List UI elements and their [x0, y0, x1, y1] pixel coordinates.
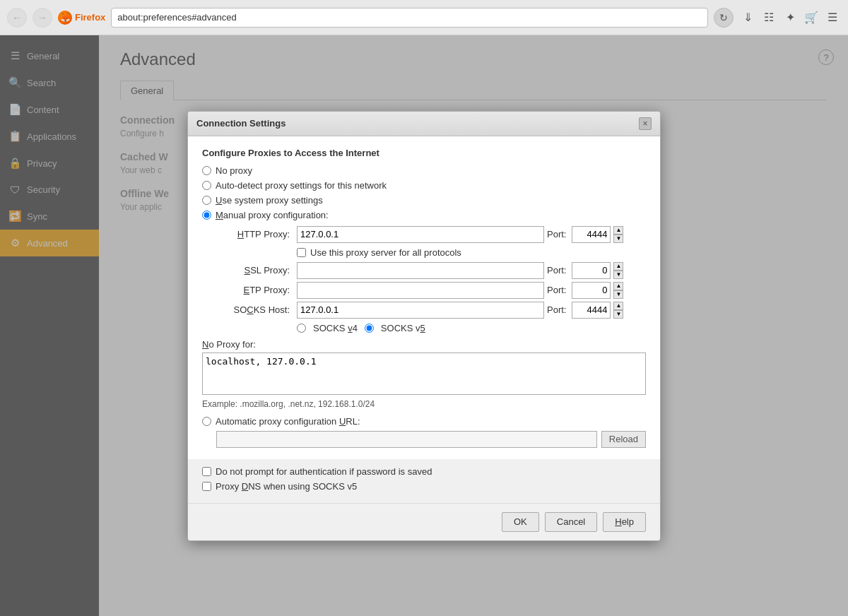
socks-port-down[interactable]: ▼	[613, 310, 623, 319]
pocket-icon[interactable]: ✦	[782, 9, 799, 26]
menu-icon[interactable]: ☰	[824, 9, 841, 26]
ssl-port-label: Port:	[547, 265, 569, 276]
auto-proxy-url-radio[interactable]	[202, 417, 211, 426]
use-system-radio-group: Use system proxy settings	[202, 195, 646, 206]
ftp-port-up[interactable]: ▲	[613, 282, 623, 290]
socks-host-input[interactable]	[297, 302, 544, 319]
ftp-port-spinner[interactable]: ▲ ▼	[613, 282, 623, 299]
browser-actions: ⇓ ☷ ✦ 🛒 ☰	[739, 9, 841, 26]
ftp-port-label: Port:	[547, 285, 569, 295]
ftp-port-input[interactable]	[572, 282, 611, 299]
http-proxy-label: HTTP Proxy:	[216, 229, 294, 239]
http-port-up[interactable]: ▲	[613, 226, 623, 235]
ssl-port-input[interactable]	[572, 262, 611, 279]
ftp-proxy-input[interactable]	[297, 282, 544, 299]
download-icon[interactable]: ⇓	[739, 9, 756, 26]
auto-detect-radio[interactable]	[202, 181, 211, 190]
firefox-icon: 🦊	[58, 11, 72, 25]
example-text: Example: .mozilla.org, .net.nz, 192.168.…	[202, 399, 646, 409]
socks-port-label: Port:	[547, 304, 569, 315]
http-port-label: Port:	[547, 229, 569, 239]
do-not-prompt-checkbox[interactable]	[202, 467, 211, 476]
proxy-dns-checkbox[interactable]	[202, 482, 211, 491]
socks-v4-label[interactable]: SOCKS v4	[313, 323, 358, 333]
connection-settings-dialog: Connection Settings × Configure Proxies …	[187, 111, 661, 541]
dialog-footer: OK Cancel Help	[188, 503, 660, 540]
http-port-input[interactable]	[572, 226, 611, 243]
manual-proxy-radio[interactable]	[202, 211, 211, 220]
use-system-radio[interactable]	[202, 196, 211, 205]
socks-port-input[interactable]	[572, 302, 611, 319]
dialog-body: Configure Proxies to Access the Internet…	[188, 136, 660, 459]
socks-v4-radio[interactable]	[297, 324, 306, 333]
cart-icon[interactable]: 🛒	[803, 9, 820, 26]
do-not-prompt-label[interactable]: Do not prompt for authentication if pass…	[216, 466, 432, 477]
browser-chrome: ← → 🦊 Firefox about:preferences#advanced…	[0, 0, 848, 35]
no-proxy-radio[interactable]	[202, 166, 211, 175]
http-port-down[interactable]: ▼	[613, 235, 623, 243]
use-system-label[interactable]: Use system proxy settings	[216, 195, 323, 206]
address-bar[interactable]: about:preferences#advanced	[111, 8, 708, 28]
forward-button[interactable]: →	[33, 8, 52, 28]
socks-v5-label[interactable]: SOCKS v5	[381, 323, 425, 333]
use-for-all-checkbox[interactable]	[297, 248, 306, 257]
dialog-close-button[interactable]: ×	[639, 117, 652, 130]
proxy-dns-row: Proxy DNS when using SOCKS v5	[202, 481, 646, 492]
ftp-port-down[interactable]: ▼	[613, 290, 623, 299]
manual-proxy-label[interactable]: Manual proxy configuration:	[216, 210, 329, 220]
reload-button[interactable]: Reload	[601, 431, 646, 448]
dialog-title: Connection Settings	[196, 118, 285, 129]
url-text: about:preferences#advanced	[117, 12, 236, 23]
cancel-button[interactable]: Cancel	[545, 512, 597, 532]
socks-port-spinner[interactable]: ▲ ▼	[613, 302, 623, 319]
socks-port-up[interactable]: ▲	[613, 302, 623, 310]
no-proxy-for-textarea[interactable]: localhost, 127.0.0.1	[202, 353, 646, 395]
proxy-dns-label[interactable]: Proxy DNS when using SOCKS v5	[216, 481, 357, 492]
socks-version-row: SOCKS v4 SOCKS v5	[297, 323, 646, 333]
bottom-options: Do not prompt for authentication if pass…	[188, 459, 660, 503]
back-button[interactable]: ←	[7, 8, 27, 28]
no-proxy-radio-group: No proxy	[202, 165, 646, 176]
http-port-spinner[interactable]: ▲ ▼	[613, 226, 623, 243]
ssl-port-down[interactable]: ▼	[613, 271, 623, 279]
auto-proxy-url-label[interactable]: Automatic proxy configuration URL:	[216, 416, 360, 427]
socks-host-label: SOCKS Host:	[216, 304, 294, 315]
auto-proxy-url-input[interactable]	[216, 431, 597, 448]
dialog-header: Connection Settings ×	[188, 112, 660, 136]
no-proxy-label[interactable]: No proxy	[216, 165, 252, 176]
auto-detect-label[interactable]: Auto-detect proxy settings for this netw…	[216, 180, 387, 191]
ssl-proxy-input[interactable]	[297, 262, 544, 279]
reload-button[interactable]: ↻	[714, 8, 734, 28]
modal-overlay: Connection Settings × Configure Proxies …	[0, 35, 848, 616]
http-proxy-input[interactable]	[297, 226, 544, 243]
do-not-prompt-row: Do not prompt for authentication if pass…	[202, 466, 646, 477]
firefox-logo: 🦊 Firefox	[58, 11, 105, 25]
auto-proxy-url-radio-group: Automatic proxy configuration URL:	[202, 416, 646, 427]
auto-detect-radio-group: Auto-detect proxy settings for this netw…	[202, 180, 646, 191]
proxies-section-title: Configure Proxies to Access the Internet	[202, 148, 646, 158]
ok-button[interactable]: OK	[502, 512, 539, 532]
no-proxy-for-label: No Proxy for:	[202, 339, 646, 350]
auto-proxy-url-row: Reload	[216, 431, 646, 448]
socks-v5-radio[interactable]	[365, 324, 374, 333]
help-button[interactable]: Help	[603, 512, 646, 532]
use-for-all-label[interactable]: Use this proxy server for all protocols	[310, 247, 461, 258]
ssl-port-up[interactable]: ▲	[613, 262, 623, 271]
tabs-icon[interactable]: ☷	[760, 9, 777, 26]
ftp-proxy-label: ETP Proxy:	[216, 285, 294, 295]
ssl-port-spinner[interactable]: ▲ ▼	[613, 262, 623, 279]
firefox-label: Firefox	[75, 12, 105, 23]
ssl-proxy-label: SSL Proxy:	[216, 265, 294, 276]
use-for-all-row: Use this proxy server for all protocols	[297, 247, 646, 258]
manual-proxy-radio-group: Manual proxy configuration:	[202, 210, 646, 220]
no-proxy-for-section: No Proxy for: localhost, 127.0.0.1 Examp…	[202, 339, 646, 409]
